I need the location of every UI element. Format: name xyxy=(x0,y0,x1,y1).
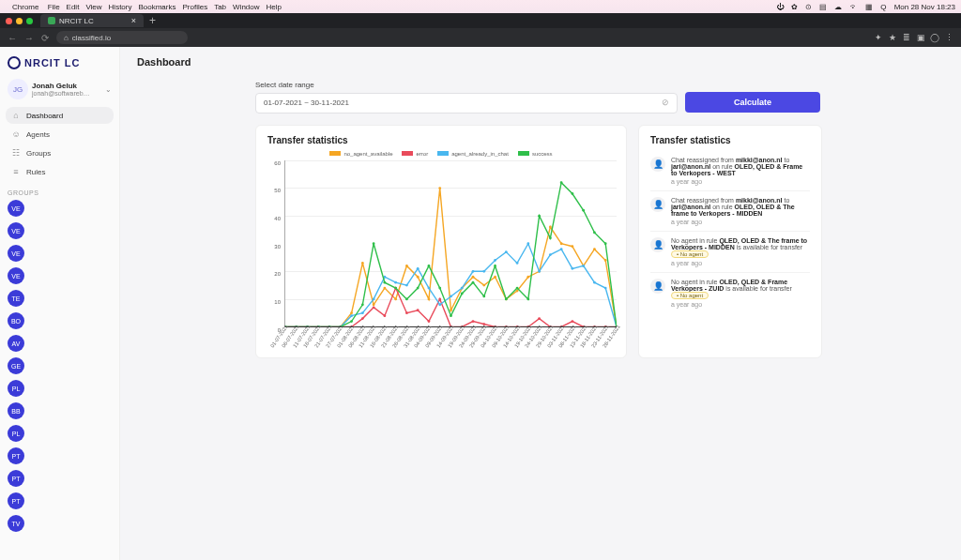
y-tick: 60 xyxy=(267,160,281,166)
log-text: Chat reassigned from mikki@anon.nl to ja… xyxy=(671,157,810,185)
back-icon[interactable]: ← xyxy=(8,33,17,43)
group-chip[interactable]: PT xyxy=(8,447,24,464)
svg-point-83 xyxy=(516,262,519,265)
status-badge: • No agent xyxy=(671,250,709,258)
forward-icon[interactable]: → xyxy=(24,33,34,43)
svg-point-99 xyxy=(350,320,353,323)
url-field[interactable]: ⌂ classified.io xyxy=(56,31,188,44)
group-chip[interactable]: PL xyxy=(8,380,24,397)
svg-point-25 xyxy=(560,242,563,245)
window-controls[interactable] xyxy=(6,18,33,24)
group-chip[interactable]: VE xyxy=(8,200,24,217)
reload-icon[interactable]: ⟳ xyxy=(41,33,49,43)
svg-point-90 xyxy=(593,280,596,283)
mac-menu-item[interactable]: Help xyxy=(267,3,282,11)
browser-tab[interactable]: NRCIT LC × xyxy=(40,14,144,27)
mac-menu-item[interactable]: Edit xyxy=(67,3,80,11)
group-chip[interactable]: VE xyxy=(8,245,24,262)
controls-row: ⊘ Calculate xyxy=(255,92,944,114)
lock-icon: ⌂ xyxy=(64,34,69,42)
y-tick: 30 xyxy=(267,244,281,250)
maximize-window-icon[interactable] xyxy=(26,18,33,24)
clear-icon[interactable]: ⊘ xyxy=(659,96,672,109)
log-text: No agent in rule OLED, QLED & Frame Verk… xyxy=(671,279,810,308)
group-chip[interactable]: AV xyxy=(8,335,24,352)
svg-point-39 xyxy=(373,306,375,309)
sidebar-item-rules[interactable]: ≡ Rules xyxy=(6,163,114,180)
mac-clock: Mon 28 Nov 18:23 xyxy=(894,3,955,11)
sidebar-item-label: Groups xyxy=(26,149,51,158)
group-chip[interactable]: PL xyxy=(8,425,24,442)
group-chip[interactable]: TV xyxy=(8,515,24,532)
svg-point-40 xyxy=(383,314,386,317)
legend-item: agent_already_in_chat xyxy=(437,151,509,157)
svg-point-43 xyxy=(417,309,419,311)
svg-point-42 xyxy=(405,311,408,314)
chart-card: Transfer statistics no_agent_available e… xyxy=(255,125,627,358)
profile-icon[interactable]: ◯ xyxy=(930,33,939,42)
close-tab-icon[interactable]: × xyxy=(131,16,136,25)
svg-point-24 xyxy=(549,225,552,228)
log-item: 👤 Chat reassigned from mikki@anon.nl to … xyxy=(650,151,810,191)
group-chip[interactable]: VE xyxy=(8,222,24,239)
address-bar: ← → ⟳ ⌂ classified.io ✦ ★ ≣ ▣ ◯ ⋮ xyxy=(0,28,961,47)
svg-point-77 xyxy=(450,295,452,297)
extensions-icon[interactable]: ★ xyxy=(888,33,897,42)
svg-point-105 xyxy=(417,286,419,289)
sidebar-item-agents[interactable]: ☺ Agents xyxy=(6,126,114,143)
user-menu[interactable]: JG Jonah Geluk jonah@softwareb… ⌄ xyxy=(6,77,114,107)
group-chip[interactable]: TE xyxy=(8,290,24,307)
favicon-icon xyxy=(48,17,55,24)
legend-swatch xyxy=(402,151,413,156)
mac-menu-item[interactable]: History xyxy=(109,3,132,11)
svg-point-44 xyxy=(428,320,431,323)
extensions-icon[interactable]: ✦ xyxy=(874,33,883,42)
avatar: JG xyxy=(8,79,28,99)
svg-point-14 xyxy=(438,187,441,189)
group-chip[interactable]: GE xyxy=(8,357,24,374)
svg-point-82 xyxy=(505,250,508,253)
date-range-field[interactable]: ⊘ xyxy=(255,92,678,114)
extensions-icon[interactable]: ▣ xyxy=(916,33,925,42)
tab-title: NRCIT LC xyxy=(59,17,94,25)
cards-row: Transfer statistics no_agent_available e… xyxy=(255,125,944,358)
group-chip[interactable]: PT xyxy=(8,492,24,509)
group-chip[interactable]: VE xyxy=(8,267,24,284)
mac-menu-item[interactable]: Tab xyxy=(214,3,226,11)
minimize-window-icon[interactable] xyxy=(16,18,23,24)
mac-menu-item[interactable]: Bookmarks xyxy=(138,3,175,11)
legend-swatch xyxy=(329,151,341,156)
mac-menu-bar: Chrome FileEditViewHistoryBookmarksProfi… xyxy=(0,0,961,13)
y-tick: 20 xyxy=(267,271,281,277)
extensions-icon[interactable]: ≣ xyxy=(902,33,911,42)
chart-plot xyxy=(284,160,617,327)
close-window-icon[interactable] xyxy=(6,18,12,24)
mac-menu-item[interactable]: Window xyxy=(233,3,259,11)
mac-menu-right: ⏻ ✿ ⊙ ▤ ☁ ᯤ ▦ Q Mon 28 Nov 18:23 xyxy=(770,3,955,11)
svg-point-111 xyxy=(482,295,485,297)
calculate-button[interactable]: Calculate xyxy=(685,92,820,113)
svg-point-70 xyxy=(373,297,375,300)
kebab-icon[interactable]: ⋮ xyxy=(944,33,953,42)
page-title: Dashboard xyxy=(137,56,944,68)
brand[interactable]: NRCIT LC xyxy=(6,53,114,77)
group-chip[interactable]: BO xyxy=(8,312,24,329)
groups-icon: ☷ xyxy=(11,148,21,158)
sidebar-item-dashboard[interactable]: ⌂ Dashboard xyxy=(6,107,114,124)
svg-point-108 xyxy=(450,314,452,317)
group-chip[interactable]: PT xyxy=(8,470,24,487)
log-time: a year ago xyxy=(671,219,810,225)
sidebar-item-label: Agents xyxy=(26,130,50,139)
mac-menu-item[interactable]: View xyxy=(85,3,101,11)
sidebar-item-groups[interactable]: ☷ Groups xyxy=(6,144,114,161)
svg-point-11 xyxy=(405,265,408,267)
mac-menu-item[interactable]: File xyxy=(48,3,60,11)
new-tab-icon[interactable]: + xyxy=(149,14,156,27)
mac-menu-item[interactable]: Profiles xyxy=(182,3,207,11)
group-chip[interactable]: BB xyxy=(8,402,24,419)
status-icon: Q xyxy=(880,3,886,11)
svg-point-45 xyxy=(438,297,441,300)
date-range-input[interactable] xyxy=(255,93,678,114)
status-icon: ▤ xyxy=(819,3,827,11)
svg-point-19 xyxy=(494,275,496,278)
